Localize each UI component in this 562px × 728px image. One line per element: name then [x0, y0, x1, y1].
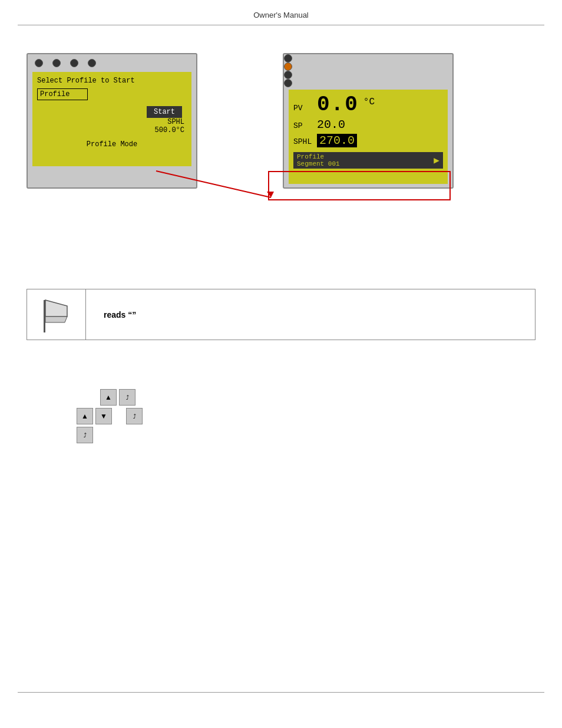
reads-word: reads “	[104, 310, 132, 319]
pv-label: PV	[293, 104, 317, 113]
footer-divider	[18, 692, 544, 693]
lcd-left: Select Profile to Start Profile Start SP…	[32, 72, 191, 166]
note-icon-cell	[27, 289, 86, 340]
note-reads-text: reads “”	[104, 310, 136, 319]
flag-icon	[39, 295, 74, 334]
profile-seg-labels: Profile Segment 001	[297, 153, 340, 167]
button-icon-group: ▲ ⤴ ▲ ▼ ⤴ ⤴	[77, 389, 143, 443]
play-button[interactable]: ▶	[434, 154, 439, 166]
led-row-right	[284, 54, 452, 87]
button-row-top: ▲ ⤴	[100, 389, 143, 406]
led-r1	[284, 54, 292, 62]
button-row-mid: ▲ ▼ ⤴	[77, 408, 143, 424]
led-row-left	[28, 54, 196, 70]
sphl-row-left: SPHL 500.0°C	[37, 118, 184, 134]
sphl-value-left: 500.0°C	[155, 126, 184, 134]
pv-value: 0.0	[317, 94, 359, 116]
segment-label: Segment 001	[297, 160, 340, 167]
profile-label-right: Profile	[297, 153, 340, 160]
screen-right: PV 0.0 °C SP 20.0 SPHL 270.0 Profile Seg…	[283, 53, 454, 189]
led-1	[35, 59, 43, 67]
start-button[interactable]: Start	[147, 106, 182, 118]
profile-mode-label: Profile Mode	[37, 140, 187, 149]
diagonal-arrow-icon-2[interactable]: ⤴	[126, 408, 143, 424]
pv-unit: °C	[363, 97, 375, 107]
page-header: Owner's Manual	[0, 11, 562, 19]
diagonal-arrow-icon-1[interactable]: ⤴	[119, 389, 135, 406]
led-4	[88, 59, 96, 67]
sphl-row-right: SPHL 270.0	[293, 134, 443, 147]
sp-label: SP	[293, 121, 317, 130]
buttons-area: ▲ ⤴ ▲ ▼ ⤴ ⤴	[77, 389, 143, 443]
diagonal-arrow-icon-3[interactable]: ⤴	[77, 427, 93, 443]
pv-row: PV 0.0 °C	[293, 94, 443, 116]
lcd-right: PV 0.0 °C SP 20.0 SPHL 270.0 Profile Seg…	[289, 90, 448, 184]
sphl-label-right: SPHL	[293, 137, 317, 146]
led-r4	[284, 79, 292, 87]
profile-input-row: Profile	[37, 88, 187, 100]
sp-value: 20.0	[317, 118, 345, 131]
button-row-bot: ⤴	[77, 427, 143, 443]
callout-box	[268, 171, 451, 200]
led-r3	[284, 71, 292, 79]
led-2	[52, 59, 61, 67]
note-text-cell: reads “”	[86, 289, 535, 340]
led-r2	[284, 62, 292, 71]
up-arrow-icon-2[interactable]: ▲	[77, 408, 93, 424]
reads-close: ”	[132, 310, 136, 319]
note-section: reads “”	[27, 289, 535, 340]
svg-marker-4	[45, 317, 67, 322]
profile-input[interactable]: Profile	[37, 88, 88, 100]
down-arrow-icon[interactable]: ▼	[95, 408, 112, 424]
header-title: Owner's Manual	[253, 11, 309, 19]
screen-left: Select Profile to Start Profile Start SP…	[27, 53, 197, 189]
header-divider	[18, 25, 544, 25]
profile-segment-bar: Profile Segment 001 ▶	[293, 152, 443, 169]
up-arrow-icon[interactable]: ▲	[100, 389, 117, 406]
led-3	[70, 59, 78, 67]
sphl-value-right: 270.0	[317, 134, 357, 147]
spacer	[114, 408, 124, 424]
profile-select-title: Select Profile to Start	[37, 77, 187, 85]
svg-marker-3	[45, 300, 67, 317]
sp-row: SP 20.0	[293, 118, 443, 131]
sphl-label-left: SPHL	[167, 118, 184, 126]
